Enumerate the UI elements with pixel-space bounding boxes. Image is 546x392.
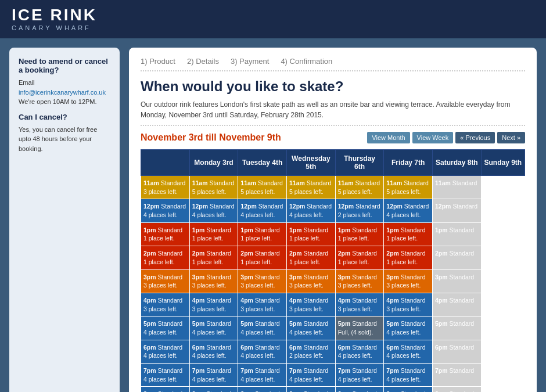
slot[interactable]: 11am Standard5 places left.	[384, 176, 433, 199]
view-controls: View Month View Week « Previous Next »	[367, 132, 525, 143]
slot-type: Standard	[399, 274, 426, 280]
slot[interactable]: 8pm Standard4 places left.	[384, 387, 433, 392]
slot[interactable]: 12pm Standard4 places left.	[189, 199, 238, 222]
slot-availability: 1 place left.	[289, 258, 321, 265]
slot-time: 11am	[435, 179, 451, 186]
slot-type: Standard	[257, 203, 283, 210]
logo-ice: ICE	[12, 6, 50, 24]
slot-type: Standard	[253, 226, 280, 233]
slot[interactable]: 11am Standard5 places left.	[238, 176, 287, 199]
step-2: 2) Details	[187, 57, 219, 66]
prev-button[interactable]: « Previous	[455, 132, 495, 143]
slot[interactable]: 4pm Standard3 places left.	[384, 293, 433, 316]
slot[interactable]: 1pm Standard1 place left.	[141, 222, 190, 246]
slot[interactable]: 8pm Standard4 places left.	[238, 387, 287, 392]
slot: 8pm Standard	[433, 387, 482, 392]
slot[interactable]: 5pm StandardFull, (4 sold).	[335, 317, 384, 340]
slot-type: Standard	[403, 203, 429, 210]
slot[interactable]: 8pm Standard4 places left.	[287, 387, 336, 392]
slot[interactable]: 11am Standard5 places left.	[335, 176, 384, 199]
slot-type: Standard	[302, 226, 329, 233]
slot[interactable]: 11am Standard5 places left.	[189, 176, 238, 199]
slot-type: Standard	[302, 367, 329, 374]
slot[interactable]: 6pm Standard2 places left.	[287, 340, 336, 363]
slot-availability: 1 place left.	[289, 235, 321, 242]
slot[interactable]: 3pm Standard3 places left.	[384, 269, 433, 293]
slot[interactable]: 6pm Standard4 places left.	[384, 340, 433, 363]
slot[interactable]: 7pm Standard4 places left.	[287, 364, 336, 387]
email-link[interactable]: info@icerinkcanarywharf.co.uk	[19, 89, 106, 96]
slot[interactable]: 5pm Standard4 places left.	[287, 317, 336, 340]
slot-availability: 4 places left.	[338, 376, 372, 383]
slot-availability: 5 places left.	[240, 188, 275, 195]
slot[interactable]: 2pm Standard1 place left.	[335, 246, 384, 269]
slot[interactable]: 5pm Standard4 places left.	[141, 317, 190, 340]
slot-type: Standard	[448, 297, 475, 304]
slot[interactable]: 3pm Standard3 places left.	[141, 269, 190, 293]
slot[interactable]: 6pm Standard4 places left.	[141, 340, 190, 363]
slot[interactable]: 2pm Standard1 place left.	[384, 246, 433, 269]
slot-availability: Full, (4 sold).	[338, 329, 373, 336]
slot-availability: 4 places left.	[240, 211, 275, 218]
slot[interactable]: 5pm Standard4 places left.	[384, 317, 433, 340]
step-1: 1) Product	[141, 57, 175, 66]
slot[interactable]: 3pm Standard3 places left.	[335, 269, 384, 293]
slot[interactable]: 7pm Standard4 places left.	[384, 364, 433, 387]
slot[interactable]: 4pm Standard3 places left.	[238, 293, 287, 316]
slot[interactable]: 5pm Standard4 places left.	[238, 317, 287, 340]
slot[interactable]: 3pm Standard3 places left.	[238, 269, 287, 293]
slot[interactable]: 2pm Standard1 place left.	[238, 246, 287, 269]
slot-time: 2pm	[289, 250, 302, 257]
slot-time: 4pm	[386, 297, 399, 304]
view-week-button[interactable]: View Week	[412, 132, 454, 143]
slot[interactable]: 1pm Standard1 place left.	[189, 222, 238, 246]
slot[interactable]: 4pm Standard3 places left.	[287, 293, 336, 316]
slot[interactable]: 3pm Standard3 places left.	[287, 269, 336, 293]
slot[interactable]: 6pm Standard4 places left.	[335, 340, 384, 363]
table-row: 8pm Standard4 places left.8pm Standard4 …	[141, 387, 525, 392]
slot-time: 6pm	[338, 344, 351, 351]
slot[interactable]: 1pm Standard1 place left.	[335, 222, 384, 246]
day-header: Tuesday 4th	[238, 150, 287, 176]
slot-time: 7pm	[143, 367, 156, 374]
slot[interactable]: 2pm Standard1 place left.	[189, 246, 238, 269]
slot[interactable]: 12pm Standard4 places left.	[384, 199, 433, 222]
slot[interactable]: 4pm Standard3 places left.	[189, 293, 238, 316]
slot[interactable]: 12pm Standard4 places left.	[238, 199, 287, 222]
slot-type: Standard	[156, 344, 183, 351]
slot[interactable]: 11am Standard5 places left.	[287, 176, 336, 199]
slot[interactable]: 5pm Standard4 places left.	[189, 317, 238, 340]
slot[interactable]: 12pm Standard2 places left.	[335, 199, 384, 222]
slot[interactable]: 3pm Standard3 places left.	[189, 269, 238, 293]
slot[interactable]: 7pm Standard4 places left.	[189, 364, 238, 387]
slot[interactable]: 12pm Standard4 places left.	[287, 199, 336, 222]
slot[interactable]: 11am Standard3 places left.	[141, 176, 190, 199]
slot-availability: 5 places left.	[338, 188, 372, 195]
slot-time: 3pm	[143, 274, 156, 280]
slot[interactable]: 6pm Standard4 places left.	[238, 340, 287, 363]
slot[interactable]: 8pm Standard4 places left.	[141, 387, 190, 392]
slot[interactable]: 8pm Standard4 places left.	[335, 387, 384, 392]
slot-time: 3pm	[289, 274, 302, 280]
slot[interactable]: 2pm Standard1 place left.	[287, 246, 336, 269]
slot-availability: 3 places left.	[289, 305, 324, 312]
view-month-button[interactable]: View Month	[367, 132, 410, 143]
slot[interactable]: 1pm Standard1 place left.	[384, 222, 433, 246]
slot-type: Standard	[350, 297, 377, 304]
slot-availability: 3 places left.	[240, 305, 275, 312]
slot[interactable]: 12pm Standard4 places left.	[141, 199, 190, 222]
slot[interactable]: 7pm Standard4 places left.	[238, 364, 287, 387]
slot[interactable]: 1pm Standard1 place left.	[287, 222, 336, 246]
slot[interactable]: 2pm Standard1 place left.	[141, 246, 190, 269]
slot[interactable]: 4pm Standard3 places left.	[335, 293, 384, 316]
slot[interactable]: 7pm Standard4 places left.	[141, 364, 190, 387]
slot[interactable]: 4pm Standard3 places left.	[141, 293, 190, 316]
slot[interactable]: 7pm Standard4 places left.	[335, 364, 384, 387]
next-button[interactable]: Next »	[497, 132, 525, 143]
slot: 4pm Standard	[433, 293, 482, 316]
slot[interactable]: 8pm Standard4 places left.	[189, 387, 238, 392]
slot[interactable]: 1pm Standard1 place left.	[238, 222, 287, 246]
slot-availability: 4 places left.	[192, 352, 227, 359]
slot-time: 3pm	[240, 274, 253, 280]
slot[interactable]: 6pm Standard4 places left.	[189, 340, 238, 363]
